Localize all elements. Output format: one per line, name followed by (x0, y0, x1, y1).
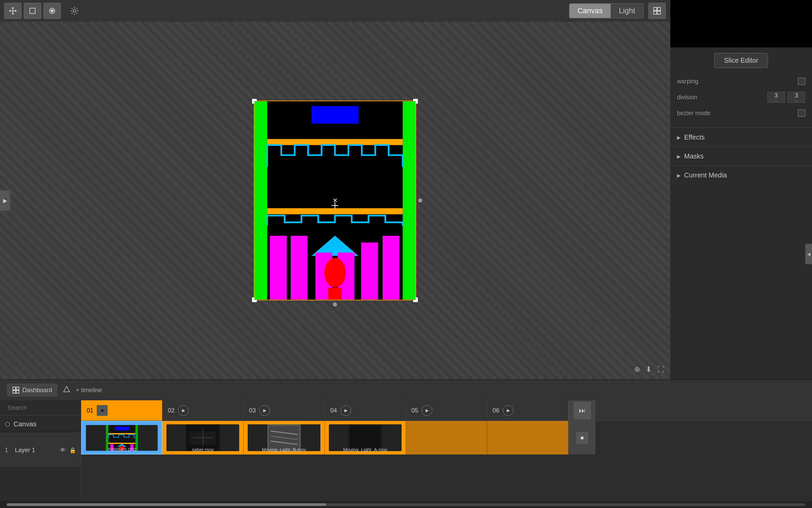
timeline-number-row: 01 ■ 02 ▶ 03 ▶ 04 ▶ 05 ▶ (81, 400, 812, 421)
svg-rect-20 (383, 236, 400, 299)
lock-icon[interactable]: 🔒 (69, 447, 76, 453)
effects-accordion[interactable]: ▶ Effects (670, 128, 812, 147)
bottom-area: Dashboard + timeline ☰ ⬡ Canvas 1 (0, 379, 812, 508)
filter-button[interactable] (63, 386, 70, 395)
clip-empty-6[interactable] (487, 421, 568, 454)
timeline-tracks: 01 ■ 02 ▶ 03 ▶ 04 ▶ 05 ▶ (81, 400, 812, 501)
add-timeline-button[interactable]: + timeline (76, 387, 102, 394)
scrollbar-thumb[interactable] (7, 503, 326, 506)
canvas-light-toggle: Canvas Light (569, 3, 644, 18)
fullscreen-icon[interactable]: ⛶ (657, 365, 664, 374)
svg-rect-9 (254, 101, 267, 299)
clip-moving-light-a[interactable]: Moving_Light_A.mov (325, 421, 406, 454)
crop-tool-button[interactable] (24, 3, 41, 19)
slot-05[interactable]: 05 ▶ (406, 400, 487, 421)
layer-1-item: 1 Layer 1 👁 🔒 (0, 433, 81, 467)
artwork-canvas: ✕ (254, 101, 415, 300)
timeline-search-bar: ☰ (0, 400, 81, 416)
clip-saber[interactable]: saber.mov (162, 421, 244, 454)
svg-rect-10 (403, 101, 415, 299)
canvas-icon: ⬡ (5, 421, 10, 428)
svg-rect-35 (115, 426, 129, 430)
svg-rect-22 (328, 288, 342, 300)
scrollbar-track[interactable] (7, 503, 805, 506)
slot-03[interactable]: 03 ▶ (244, 400, 325, 421)
fast-forward-button[interactable]: ⏭ (573, 402, 591, 419)
timeline-header: Dashboard + timeline (0, 380, 812, 400)
download-icon[interactable]: ⬇ (646, 365, 652, 374)
current-media-accordion[interactable]: ▶ Current Media (670, 166, 812, 185)
svg-rect-0 (30, 8, 35, 14)
effects-label: Effects (684, 133, 705, 141)
clip-moving-light-b[interactable]: Moving_Light_B.mov (244, 421, 325, 454)
svg-point-2 (50, 9, 54, 13)
canvas-stage[interactable]: ▶ (0, 22, 670, 379)
panel-section-warping: warping division 3 ||| 3 ||| (670, 73, 812, 128)
play-button-06[interactable]: ▶ (503, 405, 514, 416)
settings-gear-button[interactable] (66, 3, 83, 19)
preview-area (670, 0, 812, 47)
effects-arrow-icon: ▶ (677, 135, 681, 140)
canvas-content[interactable]: ✕ (254, 101, 416, 300)
slot-01[interactable]: 01 ■ (81, 400, 162, 421)
canvas-label: Canvas (14, 420, 37, 428)
masks-label: Masks (684, 152, 704, 160)
svg-rect-7 (657, 11, 660, 14)
play-button-04[interactable]: ▶ (340, 405, 351, 416)
current-media-label: Current Media (684, 171, 727, 179)
slot-04[interactable]: 04 ▶ (325, 400, 406, 421)
warping-checkbox[interactable] (798, 78, 805, 85)
division-input-2[interactable]: 3 ||| (788, 92, 805, 103)
track-end-stop-button[interactable]: ■ (576, 432, 588, 444)
grid-view-button[interactable] (648, 3, 666, 19)
clip-masques-label: masques.png (108, 446, 136, 452)
light-toggle-button[interactable]: Light (611, 4, 643, 18)
svg-rect-13 (267, 208, 403, 214)
eye-icon[interactable]: 👁 (60, 447, 66, 454)
svg-point-3 (73, 9, 76, 12)
division-label: division (677, 94, 697, 101)
play-button-03[interactable]: ▶ (259, 405, 270, 416)
clip-moving-light-b-label: Moving_Light_B.mov (262, 447, 306, 452)
bezier-checkbox[interactable] (798, 109, 805, 117)
clip-masques[interactable]: masques.png (81, 421, 162, 454)
dashboard-button[interactable]: Dashboard (7, 384, 58, 397)
timeline-body: ☰ ⬡ Canvas 1 Layer 1 👁 🔒 01 ■ (0, 400, 812, 501)
search-input[interactable] (7, 404, 86, 411)
scrollbar-container (0, 501, 812, 508)
canvas-dot-bottom (333, 302, 337, 306)
layer-num: 1 (5, 447, 12, 454)
layer-name: Layer 1 (15, 447, 57, 454)
slot-02[interactable]: 02 ▶ (162, 400, 244, 421)
canvas-toggle-button[interactable]: Canvas (569, 4, 611, 18)
play-button-02[interactable]: ▶ (178, 405, 189, 416)
move-icon[interactable]: ⊕ (634, 365, 640, 374)
stop-button-01[interactable]: ■ (97, 405, 108, 416)
bezier-label: bezier mode (677, 110, 710, 117)
clip-saber-label: saber.mov (192, 447, 214, 452)
svg-rect-27 (13, 390, 16, 393)
slice-editor-button[interactable]: Slice Editor (714, 53, 768, 68)
transform-tool-button[interactable] (4, 3, 22, 19)
clip-empty-5[interactable] (406, 421, 487, 454)
slot-03-num: 03 (249, 407, 256, 414)
right-panel: Slice Editor warping division 3 ||| 3 (670, 0, 812, 379)
warping-label: warping (677, 78, 698, 85)
svg-rect-6 (654, 11, 657, 14)
slot-06[interactable]: 06 ▶ (487, 400, 568, 421)
division-input-1[interactable]: 3 ||| (767, 92, 785, 103)
slot-02-num: 02 (168, 407, 175, 414)
svg-rect-25 (13, 387, 16, 390)
record-tool-button[interactable] (43, 3, 61, 19)
svg-rect-19 (361, 242, 378, 300)
slot-01-num: 01 (87, 407, 93, 414)
svg-rect-36 (108, 433, 135, 434)
canvas-nav-left[interactable]: ▶ (0, 190, 10, 211)
svg-rect-5 (657, 7, 660, 10)
canvas-dot-right (418, 198, 422, 203)
svg-point-21 (324, 258, 345, 288)
masks-accordion[interactable]: ▶ Masks (670, 147, 812, 166)
division-row: division 3 ||| 3 ||| (677, 92, 805, 103)
play-button-05[interactable]: ▶ (422, 405, 432, 416)
slot-05-num: 05 (411, 407, 418, 414)
